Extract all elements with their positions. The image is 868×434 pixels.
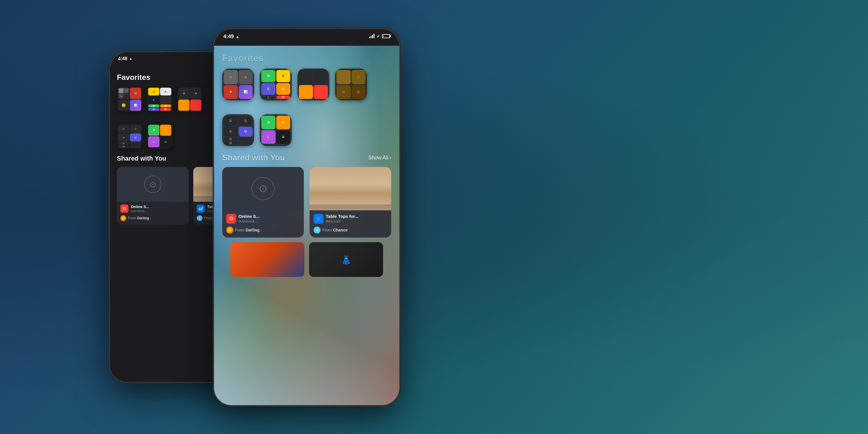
folder-blank1 [130,142,141,145]
folder-app-e: E [148,108,159,111]
folder-g1: G [118,125,129,133]
card-name-1-back: Online S... [131,205,185,209]
card-info-1-front: O Online S... overstock.... D From Darli… [222,210,304,238]
card-url-1-front: overstock.... [239,219,300,224]
fapp-p-f: P [276,96,290,99]
fapp-chart-f: 📊 [239,85,253,99]
shared-card-1-back[interactable]: ⊙ O Online S... overstock.... [117,167,189,224]
shared-card-2-front[interactable]: 🛒 Table Tops for... ikea.com C From Chan… [310,167,391,238]
card-url-2-front: ikea.com [326,219,387,224]
fapp-g1-f: G [224,116,238,126]
status-time-front: 4:49 ▲ [223,34,240,40]
folder-g5: G [118,145,129,148]
time-front: 4:49 [223,34,234,40]
folder-1-front[interactable]: ⊙ ⊙ ✕ 📊 [222,69,254,100]
card-app-icon-2-back: 🛋 [197,205,205,213]
from-name-darling: Darling [246,228,259,232]
card-image-safari-back: ⊙ [117,167,189,202]
fapp-u-f: U [239,127,253,137]
battery-fill-front [383,35,384,37]
from-name-1-back: Darling [137,216,149,220]
folder-app-asterisk: ✳ [148,104,159,107]
from-text-chance: From Chance › [322,228,350,232]
folder-app-cancel: ✕ [130,88,141,99]
from-badge-chance[interactable]: C From Chance › [314,226,387,234]
fapp-brown1: 🐻 [337,70,351,84]
phone-front: 4:49 ▲ ⌿ [214,29,399,405]
fapp-g5-f: G [224,142,238,145]
folder-4-front[interactable]: 🐻 🐻 🐻 🐻 [335,69,367,100]
fapp-brown4: 🐻 [351,85,366,99]
safari-compass-back: ⊙ [144,176,161,193]
chevron-1-back: › [150,216,151,220]
fapp-l-f: L [261,130,275,144]
card-title-row-1: O Online S... overstock.... [120,205,185,213]
folder-app-c: C [148,96,159,104]
fapp-blank1-f [239,137,253,141]
from-text-1-back: From Darling › [128,216,151,220]
folder-g-back[interactable]: G G G U G G [117,124,142,149]
folder-g2: G [130,125,141,133]
location-icon-back: ▲ [129,57,132,61]
folder-fi-front[interactable]: ✳ F L U [260,114,292,146]
shared-card-1-front[interactable]: ⊙ O Online S... overstock.... [222,167,304,238]
card-text-2-front: Table Tops for... ikea.com [326,214,387,224]
shared-title-back: Shared with You [117,155,166,162]
show-all-button[interactable]: Show All › [368,155,391,161]
fapp-g3-f: G [224,127,238,137]
folder-g-front[interactable]: G G G U G G [222,114,254,146]
folder-2-front[interactable]: ✳ A E B C [260,69,292,100]
card-text-1-back: Online S... overstock.... [131,205,185,213]
wifi-icon-front: ⌿ [377,34,380,39]
fapp-brown3: 🐻 [337,85,351,99]
fapp-e-f: E [261,83,275,95]
signal-bar-f1 [369,37,370,38]
card-app-icon-ikea: 🛒 [314,214,323,224]
signal-bar-f2 [371,36,372,38]
folder-g3: G [118,133,129,142]
fapp-c2-f: C [261,96,275,99]
folder-3-front[interactable] [298,69,329,100]
signal-bars-front [369,34,374,38]
folder-1-back[interactable]: ⊙ ⊙ ⊙ ✕ 😊 📊 [117,87,142,112]
phone-screen-front: Favorites ⊙ ⊙ ✕ [214,46,399,405]
folder-app-dot2 [190,88,202,99]
fapp-overcast2-f: ⊙ [239,70,253,84]
folder-f: F [160,125,171,136]
folder-l: L [148,136,159,147]
safari-compass-front: ⊙ [251,177,275,200]
folder-app-orange [178,99,189,111]
folder-app-b: B [160,104,171,107]
fapp-overcast-f: ⊙ [224,70,238,84]
card-title-row-2-front: 🛒 Table Tops for... ikea.com [314,214,387,224]
status-time-back: 4:48 ▲ [118,56,132,61]
card-name-1-front: Online S... [239,214,300,219]
from-badge-1-front[interactable]: D From Darling › [226,226,300,234]
fapp-b-f: B [276,83,290,95]
from-badge-1-back[interactable]: D From Darling › [120,215,185,221]
fapp-g4-f: G [224,137,238,141]
chevron-chance: › [349,228,349,232]
fapp-orange-f [299,85,313,99]
chevron-darling: › [261,228,261,232]
card-title-row-1-front: O Online S... overstock.... [226,214,300,224]
bottom-card-kite[interactable] [230,242,304,277]
folder-app-a2: A [160,88,171,95]
folder-3-back[interactable] [177,87,203,112]
card-name-2-front: Table Tops for... [326,214,387,219]
fapp-asterisk-f: ✳ [261,116,275,129]
folder-fi-back[interactable]: ✳ F L U [147,124,173,149]
fapp-cancel-f: ✕ [224,85,238,99]
mannequin-bg: 👗 [309,242,383,277]
fapp-green-f: ✳ [261,70,275,82]
from-avatar-chance: C [314,226,320,234]
folder-2-back[interactable]: A A C ✳ B [147,87,173,112]
folder-app-red [190,99,202,111]
card-info-1-back: O Online S... overstock.... D From Darli… [117,202,189,224]
fapp-dot2-f [314,70,328,84]
time-back: 4:48 [118,56,127,61]
folder-blank2 [130,145,141,148]
bottom-card-mannequin[interactable]: 👗 [309,242,383,277]
status-icons-front: ⌿ [369,34,390,39]
folder-u: U [130,133,141,142]
